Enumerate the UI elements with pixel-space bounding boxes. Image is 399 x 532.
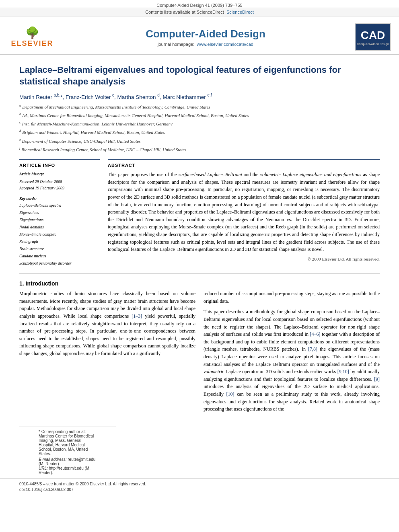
elsevier-tree-icon: 🌳	[25, 26, 39, 39]
journal-header-main: 🌳 ELSEVIER Computer-Aided Design journal…	[8, 20, 391, 54]
contents-bar: Contents lists available at ScienceDirec…	[0, 8, 399, 16]
citation-bar: Computer-Aided Design 41 (2009) 739–755	[0, 0, 399, 8]
footer: 0010-4485/$ – see front matter © 2009 El…	[0, 478, 399, 496]
intro-section: 1. Introduction Morphometric studies of …	[19, 280, 380, 416]
kw-6: Reeb graph	[19, 238, 100, 245]
section-divider	[19, 273, 380, 274]
intro-col2: reduced number of assumptions and pre-pr…	[204, 290, 380, 416]
kw-9: Schizotypal personality disorder	[19, 260, 100, 267]
abstract-text: This paper proposes the use of the surfa…	[108, 171, 380, 253]
article-info: ARTICLE INFO Article history: Received 2…	[19, 159, 100, 267]
cad-logo: CAD Computer-Aided Design	[355, 23, 391, 51]
keywords-section: Keywords: Laplace–Beltrami spectra Eigen…	[19, 196, 100, 267]
history-title: Article history:	[19, 171, 100, 177]
affil-f: f Biomedical Research Imaging Center, Sc…	[19, 145, 380, 153]
footnote-url: URL: http://reuter.mit.edu (M. Reuter).	[39, 466, 97, 475]
keywords-title: Keywords:	[19, 196, 100, 201]
article-info-title: ARTICLE INFO	[19, 163, 100, 168]
footer-doi: doi:10.1016/j.cad.2009.02.007	[19, 487, 380, 492]
kw-4: Nodal domains	[19, 224, 100, 231]
affil-e: e Department of Computer Science, UNC-Ch…	[19, 137, 380, 145]
affil-d: d Brigham and Women's Hospital, Harvard …	[19, 128, 380, 136]
homepage-link[interactable]: www.elsevier.com/locate/cad	[197, 42, 253, 47]
accepted-date: Accepted 19 February 2009	[19, 185, 100, 191]
paper-title: Laplace–Beltrami eigenvalues and topolog…	[19, 64, 380, 87]
elsevier-logo: 🌳 ELSEVIER	[8, 26, 56, 48]
intro-col1: Morphometric studies of brain structures…	[19, 290, 195, 416]
intro-p1: Morphometric studies of brain structures…	[19, 290, 195, 357]
affil-b: b AA, Martinos Center for Biomedical Ima…	[19, 111, 380, 119]
kw-5: Morse–Smale complex	[19, 231, 100, 238]
kw-3: Eigenfunctions	[19, 216, 100, 224]
abstract-section: ABSTRACT This paper proposes the use of …	[108, 159, 380, 267]
keywords-list: Laplace–Beltrami spectra Eigenvalues Eig…	[19, 202, 100, 267]
received-date: Received 29 October 2008	[19, 179, 100, 185]
cad-logo-sub: Computer-Aided Design	[357, 43, 389, 45]
citation-text: Computer-Aided Design 41 (2009) 739–755	[156, 3, 242, 8]
intro-p2: reduced number of assumptions and pre-pr…	[204, 290, 380, 305]
journal-homepage: journal homepage: www.elsevier.com/locat…	[56, 42, 355, 47]
intro-title: 1. Introduction	[19, 280, 380, 287]
kw-7: Brain structure	[19, 245, 100, 253]
authors-line: Martin Reuter a,b,*, Franz-Erich Wolter …	[19, 93, 380, 100]
footer-issn: 0010-4485/$ – see front matter © 2009 El…	[19, 482, 380, 486]
sciencedirect-link[interactable]: ScienceDirect	[226, 10, 254, 14]
journal-title: Computer-Aided Design	[56, 28, 355, 40]
homepage-label: journal homepage:	[158, 42, 194, 47]
article-abstract-row: ARTICLE INFO Article history: Received 2…	[19, 159, 380, 267]
footnote-star-section: * Corresponding author at: Martinos Cent…	[19, 427, 116, 475]
footnote-email: E-mail address: reuter@mit.edu (M. Reute…	[39, 457, 97, 466]
intro-body: Morphometric studies of brain structures…	[19, 290, 380, 416]
affil-c: c Inst. für Mensch-Maschine-Kommunikatio…	[19, 119, 380, 127]
intro-p3: This paper describes a methodology for g…	[204, 308, 380, 413]
footnote-star-note: * Corresponding author at: Martinos Cent…	[39, 429, 97, 456]
elsevier-label: ELSEVIER	[11, 39, 53, 48]
article-history: Article history: Received 29 October 200…	[19, 171, 100, 191]
journal-title-center: Computer-Aided Design journal homepage: …	[56, 28, 355, 47]
affiliations: a Department of Mechanical Engineering, …	[19, 103, 380, 154]
contents-label: Contents lists available at ScienceDirec…	[145, 10, 224, 14]
kw-8: Caudate nucleus	[19, 253, 100, 260]
abstract-title: ABSTRACT	[108, 163, 380, 168]
affil-a: a Department of Mechanical Engineering, …	[19, 103, 380, 111]
journal-header: 🌳 ELSEVIER Computer-Aided Design journal…	[0, 16, 399, 55]
abstract-copyright: © 2009 Elsevier Ltd. All rights reserved…	[108, 257, 380, 261]
kw-1: Laplace–Beltrami spectra	[19, 202, 100, 209]
content-area: Laplace–Beltrami eigenvalues and topolog…	[0, 55, 399, 423]
kw-2: Eigenvalues	[19, 209, 100, 216]
